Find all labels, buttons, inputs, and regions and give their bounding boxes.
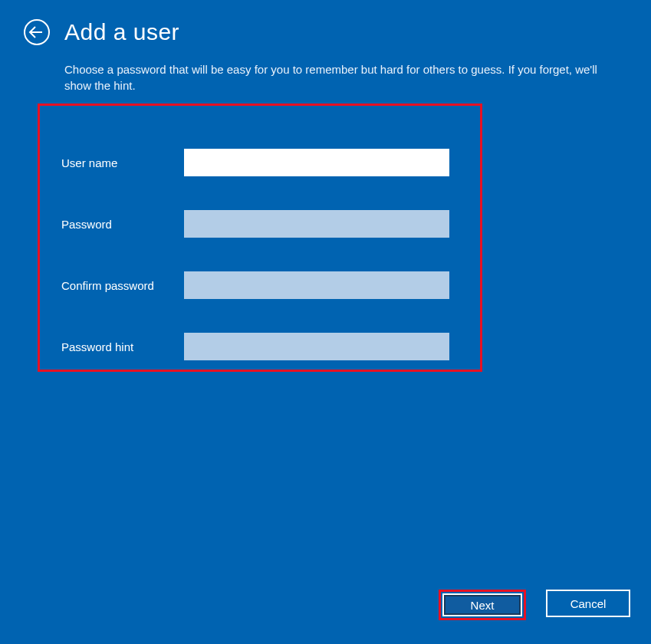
form-highlight-box: User name Password Confirm password Pass… [38,104,482,372]
password-hint-input[interactable] [184,333,449,360]
password-label: Password [61,218,184,231]
confirm-password-label: Confirm password [61,279,184,292]
page-title: Add a user [64,19,179,45]
cancel-button[interactable]: Cancel [546,590,630,617]
confirm-password-input[interactable] [184,271,449,299]
next-button[interactable]: Next [442,593,522,616]
password-input[interactable] [184,210,449,238]
back-arrow-icon[interactable] [23,18,51,46]
password-hint-label: Password hint [61,340,184,353]
username-label: User name [61,156,184,169]
page-description: Choose a password that will be easy for … [64,61,620,94]
next-button-highlight: Next [439,590,526,620]
username-input[interactable] [184,149,449,176]
